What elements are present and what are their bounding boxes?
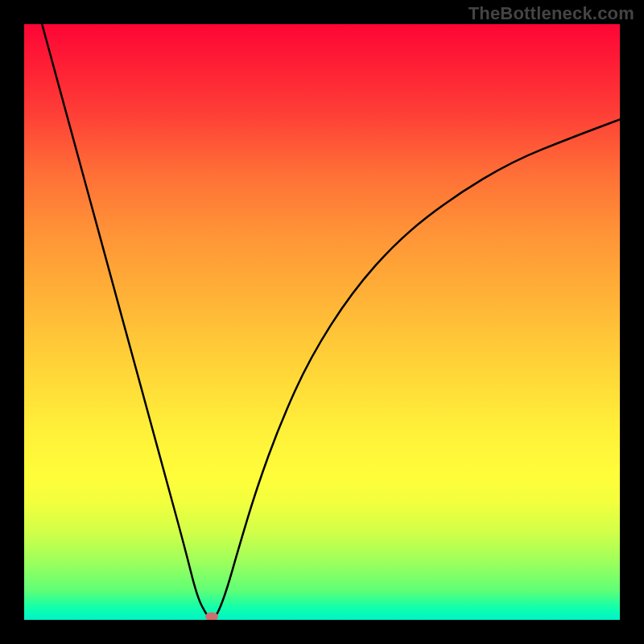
curve-path [42, 24, 620, 618]
watermark-text: TheBottleneck.com [469, 3, 634, 24]
bottleneck-curve [24, 24, 620, 620]
chart-frame: TheBottleneck.com [0, 0, 644, 644]
optimum-marker [205, 613, 218, 620]
plot-area [24, 24, 620, 620]
